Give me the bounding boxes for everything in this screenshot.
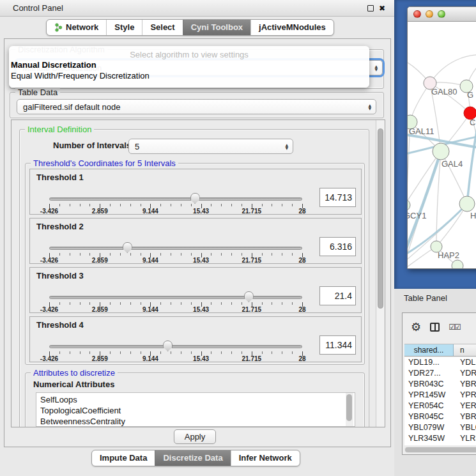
threshold-1-slider[interactable]: -3.4262.8599.14415.4321.71528 <box>49 192 302 214</box>
table-data-combobox[interactable]: galFiltered.sif default node ▲▼ <box>17 99 376 114</box>
network-edge <box>408 122 410 245</box>
network-window-titlebar <box>408 7 476 22</box>
apply-button[interactable]: Apply <box>174 429 216 444</box>
table-row[interactable]: YIL052CYIL0 <box>404 444 476 445</box>
attribute-item[interactable]: TopologicalCoefficient <box>40 405 355 416</box>
network-node[interactable] <box>452 260 463 269</box>
gear-icon[interactable]: ⚙ <box>411 321 421 333</box>
tab-network[interactable]: Network <box>47 20 106 35</box>
combobox-stepper-icon[interactable]: ▲▼ <box>285 143 288 150</box>
table-row[interactable]: YBR045CYBR0 <box>404 411 476 422</box>
threshold-1-panel: Threshold 1 -3.4262.8599.14415.4321.7152… <box>29 169 362 215</box>
combobox-stepper-icon[interactable]: ▲▼ <box>374 65 378 71</box>
attributes-list-scrollbar[interactable] <box>346 393 353 426</box>
threshold-3-value-field[interactable]: 21.4 <box>319 286 356 305</box>
slider-track <box>49 296 302 299</box>
network-node-label: C <box>470 118 475 127</box>
slider-thumb[interactable] <box>123 242 132 253</box>
table-row[interactable]: YER054CYER0 <box>404 401 476 411</box>
attribute-item[interactable]: BetweennessCentrality <box>40 416 355 427</box>
columns-icon[interactable] <box>430 323 440 332</box>
number-of-intervals-combobox[interactable]: 5 ▲▼ <box>128 139 293 154</box>
threshold-4-slider[interactable]: -3.4262.8599.14415.4321.71528 <box>49 340 302 362</box>
control-panel: Control Panel ✖ Network Style Select Cyn… <box>0 0 394 476</box>
network-node-label: H <box>470 211 476 220</box>
network-node-label: GCY1 <box>408 211 426 220</box>
threshold-2-value-field[interactable]: 6.316 <box>319 237 356 256</box>
cytoscape-app: Control Panel ✖ Network Style Select Cyn… <box>0 0 476 476</box>
close-icon[interactable]: ✖ <box>379 4 385 12</box>
popup-option-manual-discretization[interactable]: Manual Discretization <box>9 59 369 70</box>
table-row[interactable]: YDL19...YDL1 <box>404 357 476 368</box>
attributes-group: Attributes to discretize Numerical Attri… <box>25 372 365 427</box>
node-table-rows: YDL19...YDL1YDR27...YDR2YBR043CYBR0YPR14… <box>404 357 476 445</box>
float-window-icon[interactable] <box>367 5 374 12</box>
popup-option-equal-width-frequency[interactable]: Equal Width/Frequency Discretization <box>9 70 369 81</box>
select-columns-icon[interactable]: ☑☑ <box>449 323 460 332</box>
threshold-2-slider[interactable]: -3.4262.8599.14415.4321.71528 <box>49 242 302 263</box>
column-header-shared-name[interactable]: shared... <box>404 344 454 356</box>
settings-scroll-panel: Interval Definition Number of Intervals … <box>11 119 385 427</box>
popup-placeholder: Select algorithm to view settings <box>9 50 369 59</box>
table-row[interactable]: YDR27...YDR2 <box>404 368 476 379</box>
tab-network-label: Network <box>66 22 98 32</box>
tab-style[interactable]: Style <box>106 20 142 35</box>
threshold-2-label: Threshold 2 <box>36 222 84 231</box>
table-header-row: shared... n <box>404 344 476 357</box>
close-traffic-light-icon[interactable] <box>413 10 421 18</box>
slider-thumb[interactable] <box>163 341 173 351</box>
table-horizontal-scrollbar[interactable] <box>404 447 476 453</box>
tab-impute-data[interactable]: Impute Data <box>92 450 155 466</box>
panel-title: Control Panel <box>13 3 63 13</box>
network-node[interactable] <box>408 199 410 211</box>
tab-infer-network[interactable]: Infer Network <box>231 450 300 466</box>
tab-cyni-toolbox[interactable]: Cyni Toolbox <box>183 20 250 35</box>
network-edge-highlighted <box>467 118 476 204</box>
threshold-4-value-field[interactable]: 11.344 <box>319 335 356 355</box>
numerical-attributes-list[interactable]: SelfLoopsTopologicalCoefficientBetweenne… <box>36 392 355 427</box>
slider-thumb[interactable] <box>244 291 254 302</box>
tab-select[interactable]: Select <box>142 20 182 35</box>
tab-discretize-data[interactable]: Discretize Data <box>155 450 230 466</box>
control-panel-titlebar: Control Panel ✖ <box>0 0 394 17</box>
network-node[interactable] <box>433 143 449 160</box>
thresholds-group-title: Threshold's Coordinates for 5 Intervals <box>31 158 178 168</box>
threshold-3-slider[interactable]: -3.4262.8599.14415.4321.71528 <box>49 291 302 312</box>
threshold-3-panel: Threshold 3 -3.4262.8599.14415.4321.7152… <box>29 267 362 313</box>
network-view-window[interactable]: GAL80GCGAL11GAL4GCY1HHAP2 <box>407 6 476 269</box>
threshold-3-label: Threshold 3 <box>36 271 84 280</box>
number-of-intervals-value: 5 <box>135 142 139 151</box>
slider-thumb[interactable] <box>190 193 200 204</box>
table-row[interactable]: YPR145WYPR1 <box>404 390 476 401</box>
slider-tick-labels: -3.4262.8599.14415.4321.71528 <box>49 257 302 265</box>
slider-track <box>49 345 302 348</box>
scrollbar-thumb[interactable] <box>378 128 383 309</box>
threshold-1-label: Threshold 1 <box>36 173 84 182</box>
minimize-traffic-light-icon[interactable] <box>426 10 433 18</box>
threshold-4-label: Threshold 4 <box>36 320 84 330</box>
combobox-stepper-icon[interactable]: ▲▼ <box>368 104 371 110</box>
network-graph: GAL80GCGAL11GAL4GCY1HHAP2 <box>408 22 476 269</box>
zoom-traffic-light-icon[interactable] <box>438 10 445 18</box>
slider-track <box>49 197 302 201</box>
threshold-1-value-field[interactable]: 14.713 <box>319 188 356 207</box>
table-row[interactable]: YLR345WYLR3 <box>404 433 476 444</box>
attribute-item[interactable]: SelfLoops <box>40 394 355 405</box>
cyni-toolbox-panel: Discretization Algorithm Manual Discreti… <box>4 38 391 447</box>
network-canvas[interactable]: GAL80GCGAL11GAL4GCY1HHAP2 <box>408 22 476 269</box>
table-data-combobox-value: galFiltered.sif default node <box>23 102 120 112</box>
tab-jactivemnodules[interactable]: jActiveMNodules <box>250 20 334 35</box>
network-node[interactable] <box>459 196 475 211</box>
number-of-intervals-label: Number of Intervals <box>53 141 131 150</box>
network-node-label: G <box>467 90 473 100</box>
scrollbar-thumb[interactable] <box>405 447 476 452</box>
interval-definition-group-title: Interval Definition <box>25 125 94 134</box>
table-toolbar: ⚙ ☑☑ <box>403 313 476 341</box>
settings-vertical-scrollbar[interactable] <box>376 120 385 427</box>
attributes-group-title: Attributes to discretize <box>31 368 118 378</box>
table-row[interactable]: YBL079WYBL0 <box>404 422 476 433</box>
column-header-name[interactable]: n <box>454 344 476 356</box>
table-row[interactable]: YBR043CYBR0 <box>404 379 476 390</box>
threshold-2-panel: Threshold 2 -3.4262.8599.14415.4321.7152… <box>29 218 362 264</box>
network-node-label: GAL80 <box>431 87 457 96</box>
